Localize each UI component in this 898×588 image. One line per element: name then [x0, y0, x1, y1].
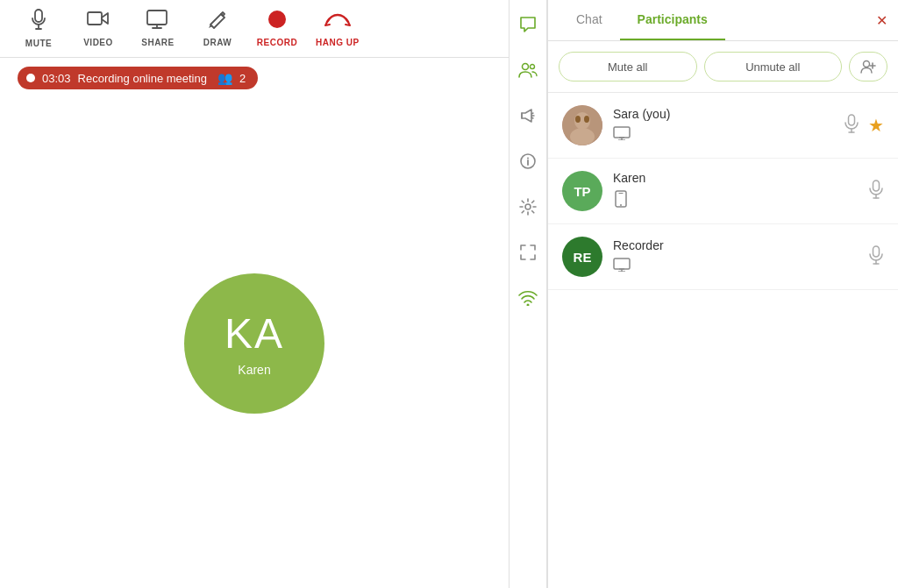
recorder-actions — [868, 245, 884, 269]
svg-point-9 — [531, 65, 535, 69]
tab-bar: Chat Participants ✕ — [548, 0, 898, 41]
video-button[interactable]: VIDEO — [77, 10, 119, 47]
svg-rect-3 — [147, 11, 167, 25]
sara-avatar — [562, 105, 602, 145]
svg-point-24 — [575, 116, 581, 123]
draw-label: DRAW — [203, 38, 232, 47]
tab-participants[interactable]: Participants — [620, 0, 725, 40]
recording-count: 2 — [239, 72, 246, 85]
share-button[interactable]: SHARE — [137, 10, 179, 47]
svg-point-18 — [864, 61, 870, 67]
side-fullscreen-icon[interactable] — [514, 238, 542, 266]
hangup-label: HANG UP — [316, 38, 360, 47]
recorder-mic-icon[interactable] — [868, 245, 884, 269]
participant-row-karen: TP Karen — [548, 159, 898, 224]
video-icon — [87, 10, 110, 34]
participants-icon: 👥 — [217, 71, 232, 85]
record-icon — [267, 10, 287, 34]
tab-chat[interactable]: Chat — [559, 0, 620, 40]
svg-point-8 — [523, 64, 529, 70]
side-wifi-icon[interactable] — [514, 284, 542, 312]
side-settings-icon[interactable] — [514, 193, 542, 221]
sara-name: Sara (you) — [613, 107, 833, 121]
svg-rect-2 — [88, 12, 102, 25]
recording-time: 03:03 — [42, 72, 71, 85]
svg-point-23 — [570, 128, 595, 145]
ka-name: Karen — [238, 363, 270, 377]
karen-actions — [868, 180, 884, 203]
sara-device-icon — [613, 126, 833, 144]
toolbar: MUTE VIDEO SHARE — [0, 0, 509, 58]
karen-avatar: TP — [562, 171, 602, 211]
mute-label: MUTE — [25, 39, 52, 48]
share-label: SHARE — [141, 38, 175, 47]
ka-initials: KA — [224, 309, 284, 358]
mute-button[interactable]: MUTE — [18, 9, 60, 48]
participant-row-recorder: RE Recorder — [548, 224, 898, 290]
recorder-avatar: RE — [562, 237, 602, 277]
video-label: VIDEO — [83, 38, 113, 47]
recording-dot — [26, 74, 35, 82]
side-megaphone-icon[interactable] — [514, 102, 542, 130]
sara-mic-icon[interactable] — [844, 114, 859, 138]
sara-info: Sara (you) — [613, 107, 833, 144]
svg-rect-36 — [614, 259, 630, 269]
side-chat-icon[interactable] — [514, 11, 542, 39]
participant-row-sara: Sara (you) — [548, 93, 898, 159]
unmute-all-button[interactable]: Unmute all — [704, 52, 843, 81]
svg-point-7 — [268, 11, 286, 28]
sara-actions: ★ — [844, 114, 884, 138]
right-panel: Chat Participants ✕ Mute all Unmute all — [547, 0, 898, 588]
svg-line-10 — [531, 113, 533, 114]
recording-badge: 03:03 Recording online meeting 👥 2 — [18, 67, 258, 89]
side-participants-icon[interactable] — [514, 56, 542, 84]
action-buttons-row: Mute all Unmute all — [548, 41, 898, 93]
recorder-info: Recorder — [613, 238, 858, 275]
svg-rect-26 — [614, 127, 630, 138]
video-area: KA Karen — [0, 98, 509, 588]
karen-mic-icon[interactable] — [868, 180, 884, 203]
share-icon — [146, 10, 169, 34]
side-info-icon[interactable] — [514, 147, 542, 175]
svg-point-25 — [584, 116, 589, 123]
record-button[interactable]: RECORD — [256, 10, 298, 47]
svg-point-16 — [525, 204, 531, 209]
draw-button[interactable]: DRAW — [196, 10, 239, 47]
recording-text: Recording online meeting — [78, 72, 207, 85]
karen-info: Karen — [613, 171, 858, 211]
hangup-icon — [324, 10, 351, 34]
add-participant-button[interactable] — [849, 52, 887, 81]
main-area: MUTE VIDEO SHARE — [0, 0, 509, 588]
recorder-name: Recorder — [613, 238, 858, 252]
draw-icon — [208, 10, 227, 34]
svg-point-17 — [527, 304, 530, 307]
karen-device-icon — [613, 190, 858, 211]
close-button[interactable]: ✕ — [876, 12, 887, 29]
side-icon-bar — [509, 0, 547, 588]
svg-point-32 — [620, 204, 622, 206]
svg-line-12 — [531, 117, 533, 118]
mute-icon — [28, 9, 49, 35]
record-label: RECORD — [257, 38, 297, 47]
sara-star-icon[interactable]: ★ — [868, 115, 884, 136]
participant-avatar-ka: KA Karen — [184, 273, 324, 414]
mute-all-button[interactable]: Mute all — [559, 52, 697, 81]
svg-point-15 — [527, 158, 529, 159]
participants-list: Sara (you) — [548, 93, 898, 588]
recorder-device-icon — [613, 258, 858, 275]
karen-name: Karen — [613, 171, 858, 185]
hangup-button[interactable]: HANG UP — [316, 10, 360, 47]
